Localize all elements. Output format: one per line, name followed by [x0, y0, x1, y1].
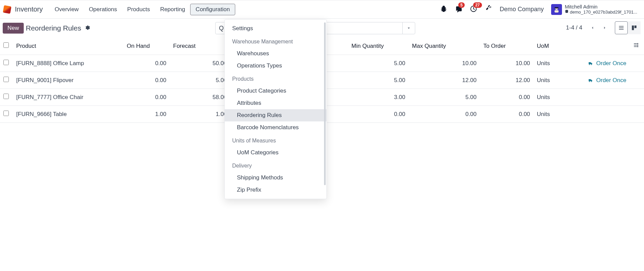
- dropdown-item-operations-types[interactable]: Operations Types: [225, 60, 326, 72]
- dropdown-header: Warehouse Management: [225, 36, 326, 47]
- order-once-button[interactable]: Order Once: [569, 60, 626, 67]
- cell-min: 5.00: [348, 55, 409, 72]
- database-icon: [565, 9, 569, 15]
- configuration-dropdown: SettingsWarehouse ManagementWarehousesOp…: [224, 19, 327, 123]
- cell-min: 0.00: [348, 106, 409, 123]
- cell-product: [FURN_9666] Table: [13, 106, 123, 123]
- database-name: demo_170_e027b3abd29f_1701...: [570, 10, 637, 15]
- dropdown-header: Products: [225, 73, 326, 85]
- col-uom[interactable]: UoM: [534, 37, 566, 55]
- cell-product: [FURN_8888] Office Lamp: [13, 55, 123, 72]
- row-checkbox[interactable]: [3, 77, 9, 82]
- svg-point-12: [591, 81, 592, 81]
- messages-icon[interactable]: 5: [455, 5, 462, 14]
- col-product[interactable]: Product: [13, 37, 123, 55]
- cell-forecast: 5.00: [170, 72, 230, 89]
- company-switcher[interactable]: Demo Company: [500, 6, 544, 13]
- cell-product: [FURN_7777] Office Chair: [13, 89, 123, 106]
- svg-rect-4: [555, 7, 559, 8]
- cell-on-hand: 0.00: [123, 72, 170, 89]
- nav-operations[interactable]: Operations: [84, 4, 122, 15]
- tools-icon[interactable]: [485, 5, 492, 14]
- gear-icon[interactable]: [84, 25, 90, 32]
- topbar-right: 5 27 Demo Company Mitchell Admin demo_17…: [440, 4, 641, 15]
- col-on-hand[interactable]: On Hand: [123, 37, 170, 55]
- cell-uom: Units: [534, 106, 566, 123]
- col-max[interactable]: Max Quantity: [409, 37, 480, 55]
- column-options-icon[interactable]: [633, 43, 639, 50]
- cell-forecast: 58.00: [170, 89, 230, 106]
- search-options-toggle[interactable]: [402, 22, 415, 34]
- cell-on-hand: 0.00: [123, 89, 170, 106]
- row-checkbox[interactable]: [3, 94, 9, 99]
- col-to-order[interactable]: To Order: [480, 37, 534, 55]
- svg-point-10: [591, 64, 592, 64]
- svg-point-6: [637, 43, 638, 44]
- cell-on-hand: 1.00: [123, 106, 170, 123]
- list-view-button[interactable]: [615, 21, 628, 34]
- search-hint: Q: [219, 25, 224, 32]
- svg-point-11: [589, 81, 590, 81]
- activities-badge: 27: [473, 2, 482, 8]
- cell-to-order: 0.00: [480, 89, 534, 106]
- breadcrumb-title: Reordering Rules: [26, 24, 81, 32]
- order-once-button[interactable]: Order Once: [569, 77, 626, 84]
- cell-max: 0.00: [409, 106, 480, 123]
- cell-uom: Units: [534, 89, 566, 106]
- cell-min: 5.00: [348, 72, 409, 89]
- cell-to-order: 0.00: [480, 106, 534, 123]
- new-button[interactable]: New: [3, 23, 24, 34]
- cell-max: 10.00: [409, 55, 480, 72]
- user-name: Mitchell Admin: [565, 4, 637, 10]
- cell-max: 5.00: [409, 89, 480, 106]
- col-forecast[interactable]: Forecast: [170, 37, 230, 55]
- row-checkbox[interactable]: [3, 60, 9, 65]
- pager-prev-button[interactable]: [586, 22, 599, 34]
- cell-product: [FURN_9001] Flipover: [13, 72, 123, 89]
- dropdown-item-attributes[interactable]: Attributes: [225, 97, 326, 109]
- select-all-checkbox[interactable]: [3, 42, 9, 48]
- dropdown-item-warehouses[interactable]: Warehouses: [225, 47, 326, 60]
- cell-to-order: 12.00: [480, 72, 534, 89]
- dropdown-item-settings[interactable]: Settings: [225, 22, 326, 35]
- main-nav: OverviewOperationsProductsReportingConfi…: [49, 4, 235, 15]
- debug-icon[interactable]: [440, 5, 447, 14]
- cell-uom: Units: [534, 55, 566, 72]
- pager-next-button[interactable]: [599, 22, 611, 34]
- row-checkbox[interactable]: [3, 111, 9, 116]
- nav-overview[interactable]: Overview: [49, 4, 84, 15]
- messages-badge: 5: [458, 2, 465, 8]
- kanban-view-button[interactable]: [628, 21, 641, 34]
- cell-on-hand: 0.00: [123, 55, 170, 72]
- avatar: [551, 4, 562, 15]
- app-logo[interactable]: [3, 5, 11, 14]
- svg-point-9: [589, 64, 590, 64]
- col-min[interactable]: Min Quantity: [348, 37, 409, 55]
- dropdown-item-barcode-nomenclatures[interactable]: Barcode Nomenclatures: [225, 121, 326, 123]
- dropdown-scrollbar[interactable]: [324, 22, 326, 123]
- user-menu[interactable]: Mitchell Admin demo_170_e027b3abd29f_170…: [551, 4, 637, 15]
- activities-icon[interactable]: 27: [470, 5, 477, 14]
- cell-uom: Units: [534, 72, 566, 89]
- cell-forecast: 50.00: [170, 55, 230, 72]
- pager-text[interactable]: 1-4 / 4: [566, 24, 582, 31]
- svg-point-7: [637, 45, 638, 46]
- app-title[interactable]: Inventory: [15, 5, 43, 13]
- cell-to-order: 10.00: [480, 55, 534, 72]
- cell-forecast: 1.00: [170, 106, 230, 123]
- dropdown-item-reordering-rules[interactable]: Reordering Rules: [225, 109, 326, 121]
- cell-max: 12.00: [409, 72, 480, 89]
- svg-rect-3: [555, 10, 559, 13]
- cell-min: 3.00: [348, 89, 409, 106]
- dropdown-item-product-categories[interactable]: Product Categories: [225, 85, 326, 97]
- nav-products[interactable]: Products: [122, 4, 155, 15]
- top-nav: Inventory OverviewOperationsProductsRepo…: [0, 0, 644, 19]
- nav-reporting[interactable]: Reporting: [155, 4, 190, 15]
- svg-point-8: [637, 46, 638, 47]
- nav-configuration[interactable]: Configuration: [190, 4, 235, 15]
